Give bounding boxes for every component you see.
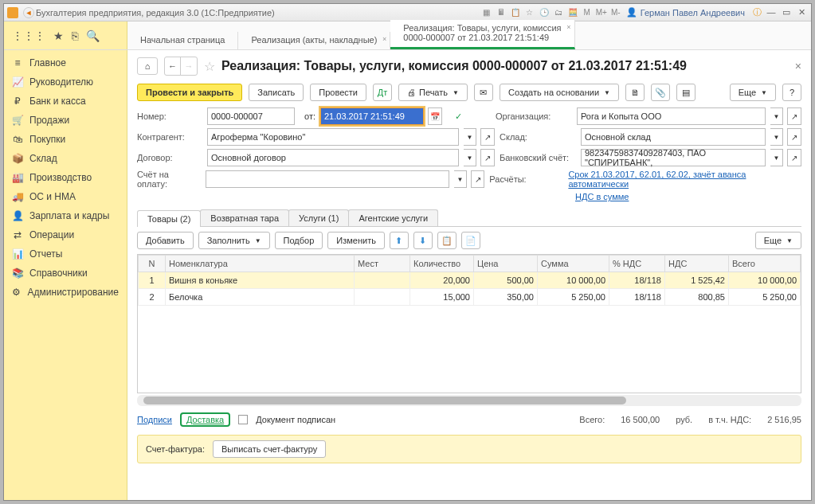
tb-tool-icon[interactable]: 🕒 xyxy=(539,7,550,18)
edit-row-button[interactable]: Изменить xyxy=(327,232,385,249)
fill-button[interactable]: Заполнить▼ xyxy=(198,232,270,249)
calc-link[interactable]: Срок 21.03.2017, 62.01, 62.02, зачёт ава… xyxy=(568,170,801,189)
tb-tool-icon[interactable]: 🖩 xyxy=(496,7,507,18)
sidebar-item-catalogs[interactable]: 📚Справочники xyxy=(4,264,127,283)
col-qty[interactable]: Количество xyxy=(410,256,474,272)
org-input[interactable]: Рога и Копыта ООО xyxy=(577,107,766,125)
subtab-return-tare[interactable]: Возвратная тара xyxy=(200,209,289,226)
col-nds[interactable]: НДС xyxy=(665,256,729,272)
contragent-dropdown[interactable]: ▼ xyxy=(464,128,476,146)
col-sum[interactable]: Сумма xyxy=(538,256,609,272)
post-button[interactable]: Провести xyxy=(310,84,366,101)
subtab-services[interactable]: Услуги (1) xyxy=(288,209,349,226)
col-price[interactable]: Цена xyxy=(474,256,538,272)
contragent-input[interactable]: Агроферма "Коровино" xyxy=(207,128,459,146)
warehouse-dropdown[interactable]: ▼ xyxy=(770,128,783,146)
table-more-button[interactable]: Еще▼ xyxy=(755,232,801,249)
sidebar-item-main[interactable]: ≡Главное xyxy=(4,53,127,72)
apps-icon[interactable]: ⋮⋮⋮ xyxy=(12,29,45,42)
number-input[interactable]: 0000-000007 xyxy=(207,107,295,125)
tab-close-icon[interactable]: × xyxy=(566,23,570,31)
tab-realization-list[interactable]: Реализация (акты, накладные)× xyxy=(238,32,390,49)
close-button[interactable]: ✕ xyxy=(795,7,808,18)
org-open-button[interactable]: ↗ xyxy=(787,107,801,125)
sidebar-item-warehouse[interactable]: 📦Склад xyxy=(4,149,127,168)
contragent-open-button[interactable]: ↗ xyxy=(480,128,495,146)
date-input[interactable]: 21.03.2017 21:51:49 xyxy=(320,107,424,125)
search-icon[interactable]: 🔍 xyxy=(86,29,100,42)
invoice-acct-dropdown[interactable]: ▼ xyxy=(454,170,467,188)
copy-button[interactable]: 📋 xyxy=(437,232,456,249)
maximize-button[interactable]: ▭ xyxy=(780,7,793,18)
bank-dropdown[interactable]: ▼ xyxy=(770,149,783,166)
doc-signed-checkbox[interactable] xyxy=(238,415,248,424)
favorite-icon[interactable]: ★ xyxy=(53,29,64,42)
bank-open-button[interactable]: ↗ xyxy=(787,149,801,166)
subtab-goods[interactable]: Товары (2) xyxy=(137,210,201,227)
delivery-link[interactable]: Доставка xyxy=(180,412,230,427)
col-n[interactable]: N xyxy=(139,256,166,272)
pick-button[interactable]: Подбор xyxy=(275,232,323,249)
history-icon[interactable]: ⎘ xyxy=(72,29,78,42)
sidebar-item-production[interactable]: 🏭Производство xyxy=(4,168,127,187)
dogovor-input[interactable]: Основной договор xyxy=(207,149,459,166)
help-button[interactable]: ? xyxy=(782,84,801,101)
sidebar-item-bank[interactable]: ₽Банк и касса xyxy=(4,92,127,111)
subtab-agent[interactable]: Агентские услуги xyxy=(348,209,438,226)
sidebar-item-sales[interactable]: 🛒Продажи xyxy=(4,111,127,130)
attach-button[interactable]: 📎 xyxy=(651,84,670,101)
tb-tool-icon[interactable]: 🧮 xyxy=(567,7,578,18)
sidebar-item-purchases[interactable]: 🛍Покупки xyxy=(4,130,127,149)
more-button[interactable]: Еще▼ xyxy=(730,84,776,101)
tb-mplus-icon[interactable]: M+ xyxy=(596,7,607,18)
col-total[interactable]: Всего xyxy=(729,256,801,272)
doc-close-button[interactable]: × xyxy=(795,60,801,72)
back-button[interactable]: ← xyxy=(165,57,181,75)
move-down-button[interactable]: ⬇ xyxy=(413,232,433,249)
write-button[interactable]: Записать xyxy=(249,84,304,101)
signatures-link[interactable]: Подписи xyxy=(137,415,172,424)
paste-button[interactable]: 📄 xyxy=(461,232,480,249)
minimize-button[interactable]: — xyxy=(765,7,778,17)
post-and-close-button[interactable]: Провести и закрыть xyxy=(137,84,242,101)
tab-realization-doc[interactable]: Реализация: Товары, услуги, комиссия 000… xyxy=(390,20,574,49)
issue-invoice-button[interactable]: Выписать счет-фактуру xyxy=(213,440,326,458)
invoice-acct-input[interactable] xyxy=(206,170,450,188)
files-button[interactable]: 🗎 xyxy=(625,84,645,101)
email-button[interactable]: ✉ xyxy=(474,84,493,101)
sidebar-item-reports[interactable]: 📊Отчеты xyxy=(4,244,127,264)
sidebar-item-manager[interactable]: 📈Руководителю xyxy=(4,72,127,92)
tb-tool-icon[interactable]: 📋 xyxy=(510,7,521,18)
tab-close-icon[interactable]: × xyxy=(382,35,386,43)
move-up-button[interactable]: ⬆ xyxy=(390,232,409,249)
dogovor-dropdown[interactable]: ▼ xyxy=(464,149,476,166)
tb-tool-icon[interactable]: 🗂 xyxy=(553,7,564,18)
titlebar-back[interactable]: ◄ xyxy=(23,7,34,18)
sidebar-item-operations[interactable]: ⇄Операции xyxy=(4,225,127,244)
table-row[interactable]: 2Белочка 15,000350,005 250,00 18/118800,… xyxy=(139,289,801,306)
tb-star-icon[interactable]: ☆ xyxy=(524,7,535,18)
invoice-acct-open-button[interactable]: ↗ xyxy=(471,170,485,188)
dt-kt-button[interactable]: Дт xyxy=(373,84,392,101)
sidebar-item-salary[interactable]: 👤Зарплата и кадры xyxy=(4,206,127,225)
print-button[interactable]: 🖨 Печать▼ xyxy=(398,84,468,101)
horizontal-scrollbar[interactable] xyxy=(137,395,801,406)
list-button[interactable]: ▤ xyxy=(676,84,695,101)
col-nom[interactable]: Номенклатура xyxy=(166,256,355,272)
favorite-star-icon[interactable]: ☆ xyxy=(204,59,215,74)
nds-link[interactable]: НДС в сумме xyxy=(575,192,629,201)
add-row-button[interactable]: Добавить xyxy=(137,232,194,249)
org-dropdown[interactable]: ▼ xyxy=(770,107,783,125)
tb-tool-icon[interactable]: ▦ xyxy=(481,7,492,18)
table-row[interactable]: 1Вишня в коньяке 20,000500,0010 000,00 1… xyxy=(139,272,801,289)
tab-start-page[interactable]: Начальная страница xyxy=(127,32,238,49)
home-button[interactable]: ⌂ xyxy=(137,57,158,75)
dogovor-open-button[interactable]: ↗ xyxy=(480,149,495,166)
tb-m-icon[interactable]: M xyxy=(582,7,593,18)
calendar-button[interactable]: 📅 xyxy=(428,107,442,125)
col-mest[interactable]: Мест xyxy=(355,256,410,272)
tb-mminus-icon[interactable]: M- xyxy=(610,7,621,18)
col-ndsp[interactable]: % НДС xyxy=(609,256,665,272)
goods-table[interactable]: N Номенклатура Мест Количество Цена Сумм… xyxy=(137,254,801,393)
sidebar-item-assets[interactable]: 🚚ОС и НМА xyxy=(4,187,127,206)
